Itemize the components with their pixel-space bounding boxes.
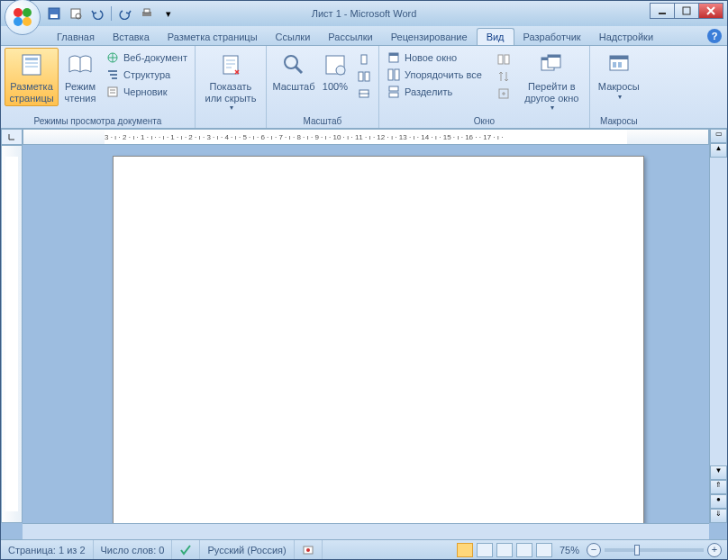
window-title: Лист 1 - Microsoft Word [312,8,417,19]
tab-selector[interactable] [1,129,23,145]
save-icon[interactable] [46,5,62,22]
print-layout-button[interactable]: Разметка страницы [5,48,59,106]
page-width-button[interactable] [353,86,375,102]
maximize-button[interactable] [674,3,699,19]
svg-point-3 [23,17,32,26]
view-draft-icon[interactable] [536,543,552,557]
split-button[interactable]: Разделить [383,84,486,100]
tab-mailings[interactable]: Рассылки [319,29,381,45]
window-controls [651,3,723,19]
group-views-label: Режимы просмотра документа [5,115,191,128]
zoom-button[interactable]: Масштаб [270,48,317,95]
arrange-all-button[interactable]: Упорядочить все [383,67,486,83]
draft-button[interactable]: Черновик [102,84,191,100]
scroll-up-icon[interactable]: ▲ [710,143,727,158]
hundred-button[interactable]: 100% [317,48,353,95]
proofing-icon [179,544,192,556]
help-icon[interactable]: ? [707,29,722,43]
tab-references[interactable]: Ссылки [267,29,320,45]
status-macro-rec[interactable] [295,540,323,559]
scroll-down-icon[interactable]: ▼ [710,465,727,480]
browse-prev-icon[interactable]: ⇑ [710,480,727,494]
outline-button[interactable]: Структура [102,67,191,83]
view-print-layout-icon[interactable] [457,543,473,557]
print-preview-icon[interactable] [68,5,84,22]
svg-rect-35 [505,55,509,64]
group-zoom-label: Масштаб [270,115,375,128]
view-web-icon[interactable] [496,543,513,557]
show-hide-button[interactable]: Показать или скрыть [199,48,262,114]
group-window: Новое окно Упорядочить все Разделить Пер… [379,46,590,128]
qat-dropdown-icon[interactable]: ▾ [160,5,177,22]
document-page[interactable] [113,156,644,523]
new-window-button[interactable]: Новое окно [383,50,486,66]
office-button[interactable] [5,0,41,35]
status-proofing[interactable] [172,540,200,559]
group-macros-label: Макросы [594,115,644,128]
group-document-views: Разметка страницы Режим чтения Веб-докум… [1,46,196,128]
tab-page-layout[interactable]: Разметка страницы [159,29,267,45]
side-by-side-button[interactable] [493,51,514,68]
svg-point-1 [23,8,32,17]
view-outline-icon[interactable] [516,543,532,557]
svg-rect-14 [25,62,38,64]
minimize-button[interactable] [650,3,675,19]
svg-rect-40 [548,55,560,58]
vertical-scrollbar[interactable]: ▭ ▲ ▼ ⇑ ● ⇓ [709,129,727,523]
undo-icon[interactable] [89,5,105,22]
status-words[interactable]: Число слов: 0 [94,540,173,559]
new-window-icon [387,50,401,65]
svg-rect-33 [389,93,398,97]
zoom-slider[interactable] [605,548,704,552]
svg-rect-24 [361,55,367,64]
svg-rect-15 [25,66,38,68]
show-hide-icon [216,50,245,79]
svg-rect-42 [610,56,628,59]
switch-windows-button[interactable]: Перейти в другое окно [518,48,586,114]
tab-review[interactable]: Рецензирование [382,29,477,45]
zoom-in-button[interactable]: + [707,543,722,557]
macros-button[interactable]: Макросы [594,48,644,104]
one-page-button[interactable] [353,51,375,68]
web-layout-button[interactable]: Веб-документ [102,50,191,66]
hundred-icon [321,50,350,79]
tab-view[interactable]: Вид [477,28,514,45]
zoom-icon [279,50,308,79]
tab-developer[interactable]: Разработчик [514,29,590,45]
view-reading-icon[interactable] [477,543,493,557]
zoom-label: Масштаб [272,81,314,93]
two-pages-button[interactable] [353,68,375,85]
redo-icon[interactable] [117,5,133,22]
document-workspace: 3 · ı · 2 · ı · 1 · ı · · ı · 1 · ı · 2 … [1,129,727,539]
svg-point-0 [14,8,23,17]
svg-rect-5 [50,14,58,18]
status-language[interactable]: Русский (Россия) [200,540,294,559]
macros-icon [605,50,633,79]
ruler-toggle-icon[interactable]: ▭ [710,129,727,143]
vertical-ruler[interactable] [1,145,23,523]
zoom-thumb[interactable] [634,545,640,555]
two-pages-icon [357,69,371,84]
horizontal-ruler[interactable]: 3 · ı · 2 · ı · 1 · ı · · ı · 1 · ı · 2 … [23,129,709,145]
browse-next-icon[interactable]: ⇓ [710,509,727,523]
zoom-out-button[interactable]: − [587,543,601,557]
horizontal-scrollbar[interactable] [23,523,709,539]
zoom-value[interactable]: 75% [560,545,579,555]
document-viewport[interactable] [23,145,709,523]
sync-scroll-button[interactable] [493,68,514,85]
browse-object-icon[interactable]: ● [710,494,727,509]
tab-addins[interactable]: Надстройки [590,29,662,45]
svg-rect-44 [618,62,622,68]
tab-insert[interactable]: Вставка [104,29,159,45]
close-button[interactable] [698,3,723,19]
status-page[interactable]: Страница: 1 из 2 [1,540,94,559]
tab-home[interactable]: Главная [48,29,104,45]
sync-scroll-icon [496,69,511,84]
reset-pos-icon [496,86,511,101]
svg-rect-30 [388,69,393,80]
reset-pos-button[interactable] [493,86,514,102]
reading-button[interactable]: Режим чтения [59,48,102,106]
svg-rect-34 [498,55,503,64]
svg-line-21 [296,67,302,73]
quick-print-icon[interactable] [139,5,155,22]
